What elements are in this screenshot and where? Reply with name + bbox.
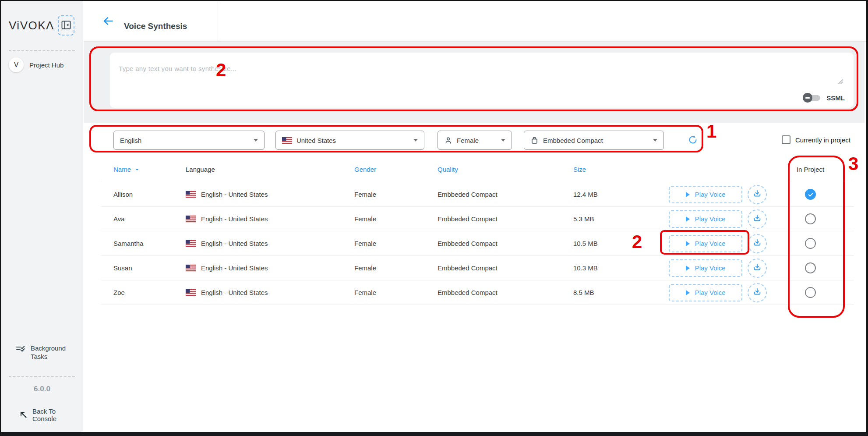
person-icon [444, 136, 452, 145]
voice-quality: Embbeded Compact [438, 264, 573, 272]
header-divider [218, 1, 218, 41]
sidebar-item-project-hub[interactable]: V Project Hub [9, 49, 79, 81]
play-icon [686, 192, 690, 197]
column-header-quality[interactable]: Quality [438, 166, 573, 173]
voice-size: 10.5 MB [573, 240, 669, 247]
download-button[interactable] [748, 259, 767, 278]
table-row: Allison English - United States Female E… [101, 182, 854, 207]
back-arrow-icon [102, 22, 114, 28]
bag-icon [530, 136, 539, 145]
back-to-console-label: Back To Console [32, 408, 81, 422]
sidebar: ViVOKΛ V Project Hub [1, 1, 83, 432]
download-button[interactable] [748, 209, 767, 229]
country-dropdown[interactable]: United States [275, 131, 424, 150]
back-button[interactable] [102, 15, 114, 27]
voice-gender: Female [354, 264, 438, 272]
version-label: 6.0.0 [1, 385, 83, 393]
us-flag-icon [186, 191, 196, 198]
download-button[interactable] [748, 234, 767, 253]
voice-size: 12.4 MB [573, 191, 669, 198]
app-window: ViVOKΛ V Project Hub [0, 0, 868, 436]
voice-language: English - United States [201, 191, 268, 198]
project-hub-icon: V [9, 57, 24, 72]
voice-name: Susan [113, 264, 186, 272]
table-header-row: Name Language Gender Quality Size In Pro… [101, 157, 854, 182]
table-row: Samantha English - United States Female … [101, 231, 854, 256]
download-button[interactable] [748, 283, 767, 302]
voice-quality: Embbeded Compact [438, 191, 573, 198]
us-flag-icon [186, 216, 196, 222]
refresh-button[interactable] [683, 131, 702, 150]
collapse-panel-icon [61, 21, 71, 31]
main-content: SSML English [84, 42, 864, 428]
voice-size: 5.3 MB [573, 215, 669, 223]
column-header-in-project: In Project [767, 166, 854, 173]
ssml-toggle[interactable] [804, 93, 820, 103]
chevron-down-icon [653, 139, 657, 142]
voice-name: Samantha [113, 240, 186, 247]
play-voice-button[interactable]: Play Voice [669, 186, 742, 203]
column-header-name[interactable]: Name [113, 166, 186, 173]
in-project-radio[interactable] [805, 238, 816, 249]
synthesis-text-input[interactable] [110, 53, 854, 88]
sidebar-item-back-to-console[interactable]: Back To Console [19, 408, 81, 422]
play-voice-button[interactable]: Play Voice [669, 235, 742, 252]
voice-language: English - United States [201, 264, 268, 272]
gender-dropdown-value: Female [457, 137, 497, 144]
chevron-down-icon [413, 139, 418, 142]
resize-grip-icon[interactable] [837, 78, 843, 86]
play-voice-button[interactable]: Play Voice [669, 210, 742, 228]
table-row: Susan English - United States Female Emb… [101, 256, 854, 280]
page-title: Voice Synthesis [124, 21, 187, 31]
sort-descending-icon [134, 167, 140, 173]
background-tasks-label: Background Tasks [31, 344, 77, 361]
background-tasks-icon [16, 344, 25, 355]
voice-gender: Female [354, 289, 438, 296]
sidebar-collapse-button[interactable] [58, 15, 74, 35]
in-project-radio[interactable] [805, 213, 816, 224]
in-project-radio[interactable] [805, 287, 816, 298]
chevron-down-icon [501, 139, 505, 142]
language-dropdown[interactable]: English [113, 131, 265, 150]
refresh-icon [688, 135, 698, 146]
north-west-arrow-icon [19, 411, 27, 420]
filter-bar: English United States [84, 131, 864, 150]
quality-dropdown[interactable]: Embbeded Compact [524, 131, 664, 150]
currently-in-project-label: Currently in project [795, 136, 850, 144]
checkbox-unchecked-icon[interactable] [782, 135, 790, 144]
us-flag-icon [186, 240, 196, 247]
in-project-radio[interactable] [805, 189, 816, 200]
voices-table: Name Language Gender Quality Size In Pro… [101, 157, 854, 305]
voice-gender: Female [354, 215, 438, 223]
gender-dropdown[interactable]: Female [438, 131, 512, 150]
table-row: Zoe English - United States Female Embbe… [101, 280, 854, 305]
voice-quality: Embbeded Compact [438, 289, 573, 296]
sidebar-item-background-tasks[interactable]: Background Tasks [16, 344, 77, 361]
table-row: Ava English - United States Female Embbe… [101, 207, 854, 231]
voice-size: 10.3 MB [573, 264, 669, 272]
play-icon [686, 266, 690, 271]
play-icon [686, 216, 690, 222]
download-icon [752, 262, 762, 273]
voice-size: 8.5 MB [573, 289, 669, 296]
download-icon [752, 213, 762, 224]
voice-gender: Female [354, 240, 438, 247]
sidebar-divider [9, 376, 75, 377]
page-header: Voice Synthesis [84, 1, 866, 42]
column-header-gender[interactable]: Gender [354, 166, 438, 173]
play-voice-button[interactable]: Play Voice [669, 284, 742, 301]
download-button[interactable] [748, 185, 767, 204]
us-flag-icon [186, 265, 196, 271]
us-flag-icon [282, 137, 292, 144]
in-project-radio[interactable] [805, 262, 816, 273]
play-icon [686, 241, 690, 246]
play-voice-button[interactable]: Play Voice [669, 259, 742, 277]
currently-in-project-filter[interactable]: Currently in project [782, 135, 850, 144]
column-header-language[interactable]: Language [186, 166, 354, 173]
column-header-size[interactable]: Size [573, 166, 669, 173]
voice-name: Allison [113, 191, 186, 198]
country-dropdown-value: United States [296, 137, 409, 144]
us-flag-icon [186, 289, 196, 296]
voice-gender: Female [354, 191, 438, 198]
composer-card: SSML [110, 53, 854, 108]
